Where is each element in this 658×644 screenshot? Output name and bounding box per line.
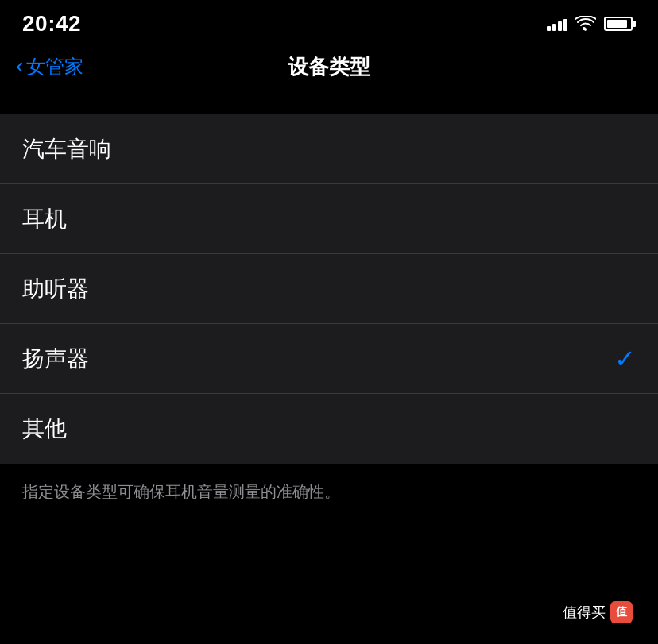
signal-bar-2 [552,24,556,31]
chevron-left-icon: ‹ [16,55,23,77]
status-icons [547,16,636,32]
list-item-label: 其他 [22,414,67,444]
watermark: 值得买 值 [553,596,642,628]
footer: 指定设备类型可确保耳机音量测量的准确性。 [0,464,658,519]
battery-tip [633,21,636,27]
page-title: 设备类型 [288,53,370,81]
nav-bar: ‹ 女管家 设备类型 [0,43,658,91]
signal-bar-1 [547,26,551,31]
svg-point-0 [584,28,587,31]
list-item-other[interactable]: 其他 [0,394,658,464]
watermark-text: 值得买 [563,603,606,622]
status-time: 20:42 [22,11,81,37]
battery-icon [604,17,636,31]
list-item-car-audio[interactable]: 汽车音响 [0,114,658,184]
device-type-list: 汽车音响 耳机 助听器 扬声器 ✓ 其他 [0,114,658,464]
list-item-label: 汽车音响 [22,134,111,164]
signal-icon [547,17,567,31]
watermark-logo: 值 [610,601,633,623]
list-item-speaker[interactable]: 扬声器 ✓ [0,324,658,394]
footer-description: 指定设备类型可确保耳机音量测量的准确性。 [22,480,636,503]
back-label: 女管家 [26,54,83,79]
list-item-label: 耳机 [22,204,67,234]
list-item-headphones[interactable]: 耳机 [0,184,658,254]
signal-bar-4 [563,19,567,31]
list-item-hearing-aid[interactable]: 助听器 [0,254,658,324]
checkmark-icon: ✓ [614,344,636,374]
back-button[interactable]: ‹ 女管家 [16,54,83,79]
list-item-label: 扬声器 [22,344,89,374]
battery-body [604,17,633,31]
battery-fill [607,20,627,28]
list-item-label: 助听器 [22,274,89,304]
signal-bar-3 [558,21,562,31]
dark-separator [0,91,658,114]
status-bar: 20:42 [0,0,658,43]
wifi-icon [575,16,596,32]
